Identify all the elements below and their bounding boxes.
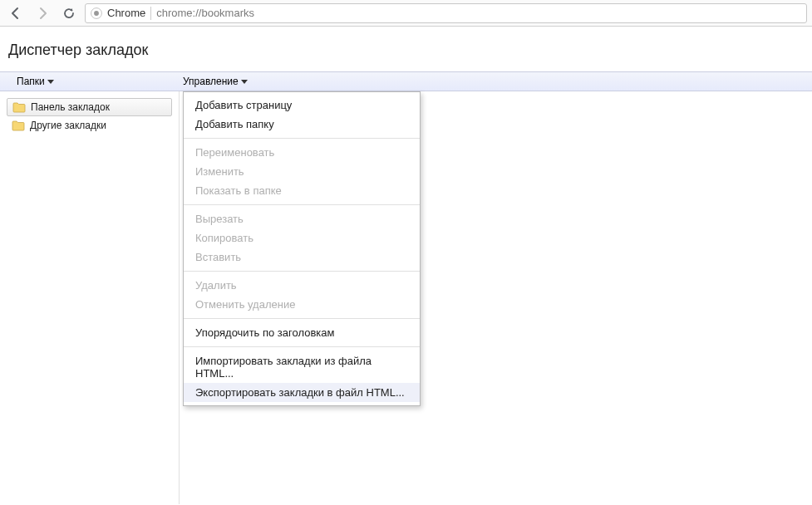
url-text: chrome://bookmarks: [156, 7, 254, 19]
menu-item[interactable]: Добавить страницу: [184, 96, 420, 115]
menu-item[interactable]: Добавить папку: [184, 115, 420, 134]
menu-item: Вырезать: [184, 209, 420, 228]
manage-column-header[interactable]: Управление: [180, 76, 248, 87]
menu-item: Копировать: [184, 228, 420, 248]
omnibox-divider: [150, 7, 151, 20]
menu-item[interactable]: Упорядочить по заголовкам: [184, 323, 420, 342]
folder-icon: [12, 120, 25, 131]
menu-item: Удалить: [184, 276, 420, 295]
chrome-icon: [91, 7, 102, 19]
menu-separator: [184, 204, 420, 205]
column-header-bar: Папки Управление: [0, 71, 812, 91]
caret-down-icon: [47, 80, 54, 84]
folder-row[interactable]: Другие закладки: [7, 116, 172, 135]
folder-row[interactable]: Панель закладок: [7, 98, 172, 116]
menu-item: Отменить удаление: [184, 295, 420, 314]
folders-sidebar: Панель закладокДругие закладки: [0, 91, 180, 504]
menu-item: Вставить: [184, 248, 420, 267]
forward-button[interactable]: [32, 2, 53, 24]
browser-toolbar: Chrome chrome://bookmarks: [0, 0, 812, 27]
folders-column-header[interactable]: Папки: [0, 76, 180, 87]
back-button[interactable]: [5, 2, 27, 24]
folder-label: Панель закладок: [31, 101, 110, 113]
menu-item: Переименовать: [184, 143, 420, 162]
caret-down-icon: [241, 80, 248, 84]
url-scheme-label: Chrome: [107, 7, 145, 19]
menu-separator: [184, 346, 420, 347]
folder-label: Другие закладки: [30, 120, 106, 131]
reload-button[interactable]: [58, 2, 80, 24]
menu-item: Изменить: [184, 162, 420, 181]
menu-separator: [184, 318, 420, 319]
menu-item: Показать в папке: [184, 181, 420, 200]
folders-header-label: Папки: [17, 76, 45, 87]
content-panel: Добавить страницуДобавить папкуПереимено…: [180, 91, 812, 504]
menu-separator: [184, 271, 420, 272]
manage-dropdown-menu: Добавить страницуДобавить папкуПереимено…: [183, 91, 421, 406]
address-bar[interactable]: Chrome chrome://bookmarks: [85, 3, 807, 23]
menu-item[interactable]: Экспортировать закладки в файл HTML...: [184, 383, 420, 402]
folder-icon: [12, 101, 26, 113]
menu-separator: [184, 138, 420, 139]
manage-header-label: Управление: [183, 76, 239, 87]
menu-item[interactable]: Импортировать закладки из файла HTML...: [184, 351, 420, 383]
svg-point-1: [94, 11, 99, 16]
page-title: Диспетчер закладок: [0, 27, 812, 71]
main-area: Панель закладокДругие закладки Добавить …: [0, 91, 812, 504]
